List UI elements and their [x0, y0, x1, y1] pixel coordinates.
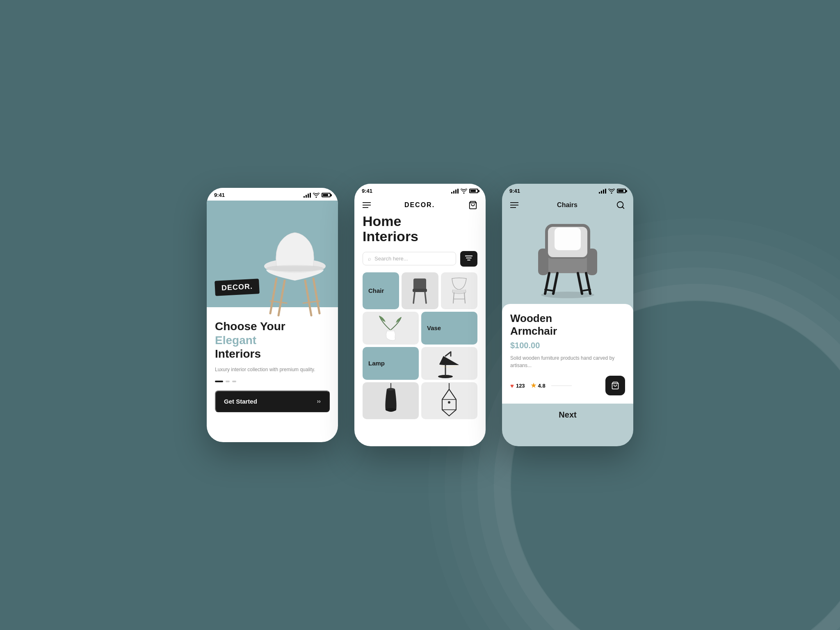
- content-area-1: Choose Your Elegant Interiors Luxury int…: [207, 307, 338, 420]
- search-placeholder: Search here...: [374, 256, 408, 262]
- brand-title-2: DECOR.: [404, 201, 435, 209]
- product-name-line2: Armchair: [510, 325, 557, 337]
- search-icon-3[interactable]: [616, 201, 625, 210]
- menu-button-3[interactable]: [510, 202, 518, 208]
- lamp-label: Lamp: [368, 360, 385, 367]
- chair-image-1: [254, 225, 336, 320]
- status-icons-1: [304, 193, 331, 198]
- likes-number: 123: [516, 383, 525, 389]
- desk-lamp-icon: [437, 348, 462, 379]
- cart-icon-2[interactable]: [468, 201, 477, 210]
- cat-pendant2[interactable]: [421, 382, 477, 419]
- phone-home: 9:41 DECOR.: [354, 184, 486, 446]
- nav-header-3: Chairs: [502, 196, 633, 214]
- battery-icon-1: [322, 193, 331, 197]
- signal-icon-3: [599, 189, 606, 194]
- next-button[interactable]: Next: [509, 410, 627, 420]
- get-started-label: Get Started: [224, 398, 257, 405]
- chair-wire-icon: [448, 276, 470, 305]
- signal-icon-1: [304, 193, 311, 198]
- pagination-dots-1: [215, 381, 330, 382]
- phones-container: 9:41: [207, 184, 633, 446]
- cat-chair-img1[interactable]: [402, 272, 438, 309]
- svg-line-38: [622, 207, 624, 208]
- page-title-3: Chairs: [557, 201, 578, 209]
- wifi-icon-3: [608, 189, 615, 194]
- cat-vase-label[interactable]: Vase: [421, 312, 477, 345]
- product-hero-3: [502, 214, 633, 304]
- svg-line-3: [278, 281, 285, 315]
- headline-normal: Choose Your: [215, 320, 285, 333]
- cat-pendant1[interactable]: [363, 382, 419, 419]
- phone-onboarding: 9:41: [207, 188, 338, 442]
- page-title-line1: Home: [363, 213, 401, 229]
- product-description-3: Solid wooden furniture products hand car…: [510, 354, 625, 369]
- svg-line-33: [442, 389, 449, 399]
- filter-button[interactable]: [460, 251, 477, 267]
- page-title-2: Home Interiors: [363, 214, 477, 244]
- likes-count: ♥ 123: [510, 382, 525, 389]
- armchair-illustration: [527, 218, 609, 300]
- headline-end: Interiors: [215, 347, 261, 360]
- product-name-3: Wooden Armchair: [510, 312, 625, 338]
- rating-number: 4.8: [538, 383, 546, 389]
- product-stats-3: ♥ 123 ★ 4.8: [510, 382, 572, 389]
- svg-point-8: [266, 265, 324, 272]
- categories-row-3: Lamp: [363, 347, 477, 380]
- product-name-line1: Wooden: [510, 312, 552, 324]
- cat-chair-img2[interactable]: [441, 272, 477, 309]
- categories-row-2: Vase: [363, 312, 477, 345]
- svg-point-0: [316, 196, 317, 198]
- time-3: 9:41: [509, 188, 520, 194]
- search-icon-2: ⌕: [368, 256, 371, 262]
- svg-point-36: [611, 192, 612, 194]
- divider: [551, 386, 572, 386]
- svg-line-16: [413, 292, 415, 303]
- time-1: 9:41: [214, 192, 225, 198]
- svg-point-52: [541, 292, 594, 298]
- arrow-icon: ››: [317, 398, 321, 404]
- star-icon: ★: [531, 382, 536, 389]
- cart-icon-3: [611, 381, 619, 390]
- add-to-cart-button[interactable]: [605, 376, 625, 395]
- svg-rect-45: [555, 228, 581, 250]
- get-started-button[interactable]: Get Started ››: [215, 390, 330, 412]
- dot-active: [215, 381, 223, 382]
- categories-row-4: [363, 382, 477, 419]
- status-bar-1: 9:41: [207, 188, 338, 201]
- cat-lamp-label[interactable]: Lamp: [363, 347, 419, 380]
- hero-area-1: DECOR.: [207, 201, 338, 307]
- phone-product: 9:41 Chairs: [502, 184, 633, 446]
- headline-1: Choose Your Elegant Interiors: [215, 320, 330, 361]
- pendant-lamp-icon: [381, 383, 401, 418]
- wifi-icon-2: [461, 189, 467, 194]
- search-input-wrap[interactable]: ⌕ Search here...: [363, 252, 456, 265]
- time-2: 9:41: [362, 188, 372, 194]
- svg-line-18: [453, 293, 454, 303]
- phone-3-footer: Next: [502, 404, 633, 426]
- cat-lamp-img[interactable]: [421, 347, 477, 380]
- svg-line-23: [445, 352, 451, 356]
- dot-3: [232, 381, 236, 382]
- product-actions-3: ♥ 123 ★ 4.8: [510, 376, 625, 395]
- search-bar-2: ⌕ Search here...: [363, 251, 477, 267]
- product-price-3: $100.00: [510, 341, 625, 350]
- headline-highlight: Elegant: [215, 334, 256, 347]
- chair-dark-icon: [409, 276, 431, 305]
- svg-line-4: [305, 281, 311, 315]
- decor-badge-1: DECOR.: [215, 278, 260, 296]
- cat-leaf-vase[interactable]: [363, 312, 419, 345]
- wifi-icon-1: [313, 193, 320, 198]
- cat-chair-label[interactable]: Chair: [363, 272, 399, 309]
- svg-line-34: [449, 389, 456, 399]
- svg-point-35: [448, 401, 450, 404]
- menu-button-2[interactable]: [363, 202, 371, 208]
- dot-2: [226, 381, 230, 382]
- nav-header-2: DECOR.: [354, 196, 486, 214]
- product-card-3: Wooden Armchair $100.00 Solid wooden fur…: [502, 304, 633, 404]
- geometric-lamp-icon: [438, 383, 461, 418]
- status-bar-3: 9:41: [502, 184, 633, 196]
- subtitle-1: Luxury interior collection with premium …: [215, 366, 330, 373]
- status-icons-3: [599, 189, 626, 194]
- page-title-line2: Interiors: [363, 228, 418, 244]
